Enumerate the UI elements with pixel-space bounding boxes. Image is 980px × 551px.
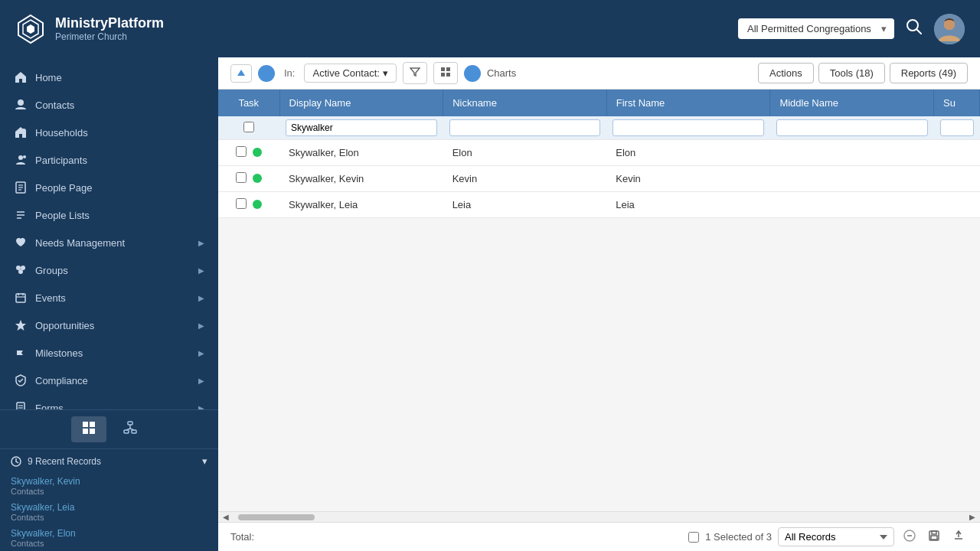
filter-display-name-input[interactable]	[286, 119, 437, 136]
header-search-button[interactable]	[906, 18, 923, 39]
sidebar-item-opportunities[interactable]: Opportunities ▶	[0, 311, 218, 339]
recent-item-1-type: Contacts	[11, 513, 207, 522]
select-all-checkbox[interactable]	[243, 122, 254, 132]
sidebar-org-view-button[interactable]	[113, 416, 148, 442]
sidebar-item-home[interactable]: Home	[0, 64, 218, 91]
table-header-row: Task Display Name Nickname First Name	[218, 90, 980, 116]
blue-dot-1	[258, 65, 275, 82]
th-task: Task	[218, 90, 279, 116]
filter-nickname-cell	[443, 116, 607, 140]
sidebar-item-compliance[interactable]: Compliance ▶	[0, 367, 218, 394]
footer-right: 1 Selected of 3 All Records Selected Rec…	[688, 527, 968, 546]
filter-first-name-input[interactable]	[612, 119, 764, 136]
sidebar-item-forms-label: Forms	[35, 403, 191, 410]
svg-point-11	[23, 155, 26, 158]
recent-item-2-name[interactable]: Skywalker, Elon	[11, 528, 207, 539]
recent-records-collapse: ▾	[202, 455, 207, 467]
footer-export-button[interactable]	[949, 528, 968, 546]
th-middle-name[interactable]: Middle Name	[770, 90, 934, 116]
top-header: MinistryPlatform Perimeter Church All Pe…	[0, 0, 980, 57]
sidebar-item-people-page[interactable]: People Page	[0, 174, 218, 201]
sidebar-item-contacts[interactable]: Contacts	[0, 91, 218, 119]
filter-su-input[interactable]	[940, 119, 974, 136]
footer-delete-button[interactable]	[900, 528, 919, 546]
actions-button[interactable]: Actions	[758, 63, 814, 83]
row-0-nickname: Elon	[443, 140, 607, 166]
active-contact-filter[interactable]: Active Contact: ▾	[304, 64, 396, 83]
data-table: Task Display Name Nickname First Name	[218, 90, 980, 218]
sort-up-button[interactable]	[230, 64, 252, 83]
th-first-name[interactable]: First Name	[606, 90, 770, 116]
row-0-first-name: Elon	[606, 140, 770, 166]
congregation-selector[interactable]: All Permitted Congregations Main Campus …	[738, 18, 894, 39]
data-table-wrapper[interactable]: Task Display Name Nickname First Name	[218, 90, 980, 511]
th-display-name[interactable]: Display Name	[279, 90, 443, 116]
sidebar-item-forms[interactable]: Forms ▶	[0, 394, 218, 409]
row-1-display-name[interactable]: Skywalker, Kevin	[279, 166, 443, 192]
logo-icon	[15, 14, 46, 44]
table-row: Skywalker, Leia Leia Leia	[218, 192, 980, 218]
groups-icon	[14, 263, 28, 277]
recent-records-list: Skywalker, Kevin Contacts Skywalker, Lei…	[0, 473, 218, 551]
in-label: In:	[284, 67, 295, 79]
groups-arrow: ▶	[198, 266, 204, 275]
toolbar-right: Actions Tools (18) Reports (49)	[758, 63, 968, 83]
filter-icon	[410, 67, 420, 77]
footer-checkbox[interactable]	[688, 532, 699, 543]
scroll-left-arrow[interactable]: ◀	[221, 511, 230, 523]
reports-button[interactable]: Reports (49)	[890, 63, 968, 83]
th-su[interactable]: Su	[934, 90, 980, 116]
footer-save-button[interactable]	[925, 528, 943, 546]
grid-view-button[interactable]	[433, 62, 458, 84]
table-row: Skywalker, Elon Elon Elon	[218, 140, 980, 166]
recent-records-count: 9 Recent Records	[28, 456, 101, 467]
scroll-bar-thumb[interactable]	[238, 514, 315, 520]
recent-item-0-name[interactable]: Skywalker, Kevin	[11, 476, 207, 487]
scroll-right-arrow[interactable]: ▶	[968, 511, 977, 523]
recent-records: 9 Recent Records ▾ Skywalker, Kevin Cont…	[0, 448, 218, 551]
filter-button[interactable]	[403, 62, 427, 84]
grid-icon	[440, 67, 451, 77]
row-0-display-name[interactable]: Skywalker, Elon	[279, 140, 443, 166]
participants-icon	[14, 153, 28, 167]
filter-middle-name-input[interactable]	[776, 119, 928, 136]
records-type-select[interactable]: All Records Selected Records Unselected …	[778, 527, 894, 546]
th-nickname[interactable]: Nickname	[443, 90, 607, 116]
sidebar-item-participants[interactable]: Participants	[0, 146, 218, 174]
sidebar-item-needs-management[interactable]: Needs Management ▶	[0, 229, 218, 256]
svg-rect-39	[90, 429, 95, 434]
compliance-icon	[14, 373, 28, 387]
horizontal-scrollbar[interactable]: ◀ ▶	[218, 511, 980, 522]
user-avatar[interactable]	[934, 14, 965, 44]
row-2-display-name[interactable]: Skywalker, Leia	[279, 192, 443, 218]
tools-button[interactable]: Tools (18)	[818, 63, 885, 83]
filter-nickname-input[interactable]	[449, 119, 601, 136]
header-checkbox-cell	[218, 116, 279, 140]
row-1-checkbox[interactable]	[236, 172, 247, 183]
row-0-middle-name	[770, 140, 934, 166]
sidebar-item-people-lists[interactable]: People Lists	[0, 201, 218, 229]
recent-item-2[interactable]: Skywalker, Elon Contacts	[0, 525, 218, 551]
charts-label: Charts	[487, 67, 516, 79]
filter-arrow: ▾	[383, 67, 388, 79]
contacts-icon	[14, 98, 28, 112]
sidebar-table-view-button[interactable]	[71, 416, 106, 442]
people-page-icon	[14, 181, 28, 194]
congregation-wrapper[interactable]: All Permitted Congregations Main Campus …	[738, 18, 894, 39]
forms-arrow: ▶	[198, 404, 204, 410]
sidebar-item-groups[interactable]: Groups ▶	[0, 256, 218, 284]
sidebar-item-households[interactable]: Households	[0, 119, 218, 146]
row-1-first-name: Kevin	[606, 166, 770, 192]
sidebar: Home Contacts Households	[0, 57, 218, 551]
recent-item-0[interactable]: Skywalker, Kevin Contacts	[0, 473, 218, 499]
logo-area: MinistryPlatform Perimeter Church	[15, 14, 164, 44]
row-2-checkbox[interactable]	[236, 198, 247, 209]
row-0-task-cell	[218, 140, 279, 166]
row-0-checkbox[interactable]	[236, 146, 247, 157]
recent-records-header[interactable]: 9 Recent Records ▾	[0, 449, 218, 473]
recent-item-1[interactable]: Skywalker, Leia Contacts	[0, 499, 218, 525]
sidebar-item-milestones[interactable]: Milestones ▶	[0, 339, 218, 367]
recent-item-1-name[interactable]: Skywalker, Leia	[11, 502, 207, 513]
sidebar-item-events[interactable]: Events ▶	[0, 284, 218, 311]
data-grid-area: Task Display Name Nickname First Name	[218, 90, 980, 551]
